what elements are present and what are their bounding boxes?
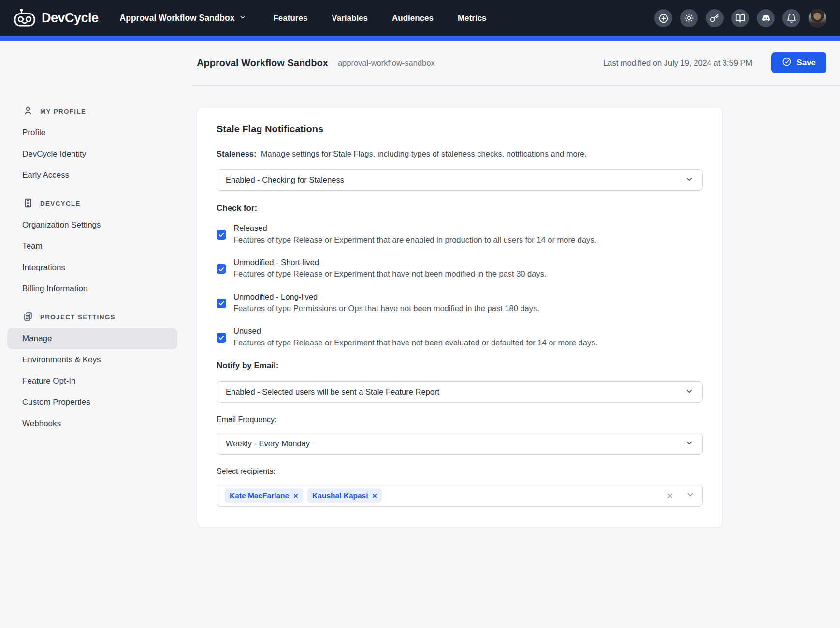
chevron-down-icon: [685, 387, 694, 398]
devcycle-logo[interactable]: DevCycle: [14, 8, 99, 29]
brand-name: DevCycle: [42, 11, 99, 26]
select-recipients-label: Select recipients:: [217, 467, 703, 476]
sidebar-item[interactable]: Billing Information: [7, 278, 177, 300]
chevron-down-icon: [685, 175, 694, 186]
checkbox[interactable]: [217, 230, 226, 240]
nav-link[interactable]: Audiences: [392, 14, 434, 23]
sidebar-header-devcycle: DevCycle: [0, 193, 192, 214]
sidebar-item[interactable]: Webhooks: [7, 413, 177, 434]
building-icon: [23, 198, 33, 210]
check-description: Features of type Release or Experiment t…: [233, 270, 547, 279]
check-description: Features of type Release or Experiment t…: [233, 235, 596, 244]
staleness-description: Staleness: Manage settings for Stale Fla…: [217, 149, 703, 158]
chevron-down-icon: [239, 13, 246, 23]
check-for-label: Check for:: [217, 203, 703, 213]
accent-bar: [0, 36, 840, 41]
bell-icon: [786, 13, 797, 23]
sidebar-section-project-settings: Project Settings ManageEnvironments & Ke…: [0, 306, 192, 434]
stale-flag-notifications-card: Stale Flag Notifications Staleness: Mana…: [197, 107, 723, 528]
user-icon: [23, 105, 33, 117]
sidebar-item[interactable]: Integrations: [7, 257, 177, 278]
check-row: Unmodified - Long-lived Features of type…: [217, 292, 703, 313]
content-header: Approval Workflow Sandbox approval-workf…: [192, 41, 840, 86]
check-row: Released Features of type Release or Exp…: [217, 224, 703, 244]
docs-button[interactable]: [731, 9, 749, 27]
top-navbar: DevCycle Approval Workflow Sandbox Featu…: [0, 0, 840, 36]
page-slug: approval-workflow-sandbox: [338, 58, 435, 68]
sidebar-item[interactable]: Profile: [7, 122, 177, 143]
project-selector[interactable]: Approval Workflow Sandbox: [120, 13, 246, 23]
sidebar-item[interactable]: Environments & Keys: [7, 349, 177, 371]
api-keys-button[interactable]: [706, 9, 724, 27]
sidebar-header-my-profile: My Profile: [0, 100, 192, 122]
check-description: Features of type Permissions or Ops that…: [233, 304, 539, 313]
nav-link[interactable]: Metrics: [458, 14, 487, 23]
remove-recipient-icon[interactable]: ✕: [372, 492, 377, 500]
nav-link[interactable]: Variables: [332, 14, 368, 23]
chevron-down-icon[interactable]: [686, 490, 695, 501]
notifications-button[interactable]: [782, 9, 800, 27]
devcycle-robot-icon: [14, 8, 36, 29]
gear-icon: [684, 13, 694, 23]
user-avatar[interactable]: [808, 9, 826, 28]
check-row: Unused Features of type Release or Exper…: [217, 327, 703, 347]
remove-recipient-icon[interactable]: ✕: [293, 492, 298, 500]
settings-sidebar: My Profile ProfileDevCycle IdentityEarly…: [0, 41, 192, 628]
recipient-tag: Kaushal Kapasi ✕: [307, 488, 382, 503]
checkbox[interactable]: [217, 299, 226, 308]
sidebar-item[interactable]: Feature Opt-In: [7, 371, 177, 392]
recipient-tag: Kate MacFarlane ✕: [225, 488, 303, 503]
card-title: Stale Flag Notifications: [217, 124, 703, 135]
check-label: Unmodified - Long-lived: [233, 292, 539, 301]
check-circle-icon: [782, 57, 792, 69]
discord-icon: [761, 13, 771, 24]
notify-by-email-label: Notify by Email:: [217, 361, 703, 371]
sidebar-item[interactable]: Organization Settings: [7, 214, 177, 236]
sidebar-item[interactable]: Manage: [7, 328, 177, 349]
settings-button[interactable]: [680, 9, 698, 27]
sidebar-header-project-settings: Project Settings: [0, 306, 192, 328]
add-icon: [658, 13, 669, 24]
staleness-checks: Released Features of type Release or Exp…: [217, 224, 703, 347]
sidebar-item[interactable]: DevCycle Identity: [7, 143, 177, 165]
check-description: Features of type Release or Experiment t…: [233, 338, 597, 347]
check-label: Unmodified - Short-lived: [233, 258, 547, 267]
sidebar-section-my-profile: My Profile ProfileDevCycle IdentityEarly…: [0, 100, 192, 186]
book-icon: [735, 13, 745, 23]
check-row: Unmodified - Short-lived Features of typ…: [217, 258, 703, 279]
checkbox[interactable]: [217, 264, 226, 274]
email-frequency-select[interactable]: Weekly - Every Monday: [217, 433, 703, 455]
staleness-select[interactable]: Enabled - Checking for Staleness: [217, 169, 703, 191]
key-icon: [710, 13, 720, 23]
page-title: Approval Workflow Sandbox: [197, 57, 328, 69]
sidebar-item[interactable]: Team: [7, 236, 177, 257]
discord-button[interactable]: [757, 9, 775, 27]
last-modified-text: Last modified on July 19, 2024 at 3:59 P…: [603, 58, 752, 68]
notify-by-email-select[interactable]: Enabled - Selected users will be sent a …: [217, 381, 703, 403]
nav-links: FeaturesVariablesAudiencesMetrics: [273, 14, 486, 23]
clipboard-icon: [23, 311, 33, 323]
add-button[interactable]: [654, 9, 672, 27]
save-button[interactable]: Save: [771, 52, 826, 73]
navbar-actions: [654, 9, 826, 28]
nav-link[interactable]: Features: [273, 14, 307, 23]
clear-recipients-icon[interactable]: ✕: [667, 491, 673, 500]
checkbox[interactable]: [217, 333, 226, 343]
check-label: Unused: [233, 327, 597, 336]
email-frequency-label: Email Frequency:: [217, 415, 703, 424]
chevron-down-icon: [685, 439, 694, 449]
check-label: Released: [233, 224, 596, 233]
sidebar-item[interactable]: Early Access: [7, 165, 177, 186]
recipients-multiselect[interactable]: Kate MacFarlane ✕ Kaushal Kapasi ✕ ✕: [217, 485, 703, 507]
sidebar-item[interactable]: Custom Properties: [7, 392, 177, 413]
sidebar-section-devcycle: DevCycle Organization SettingsTeamIntegr…: [0, 193, 192, 300]
